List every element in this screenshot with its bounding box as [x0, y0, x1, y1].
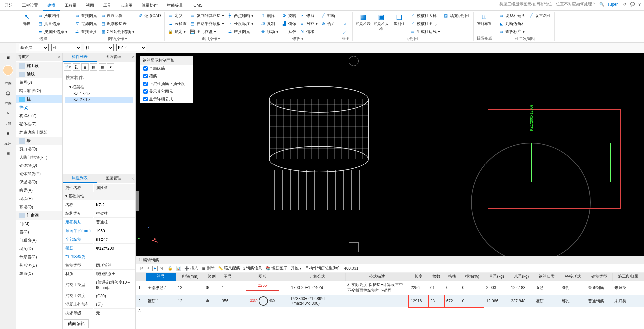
- set-slant-col-button[interactable]: ╱设置斜柱: [528, 12, 552, 19]
- check-upper-insert[interactable]: 上层柱插筋下插长度: [140, 80, 193, 88]
- strip-headset-icon[interactable]: 🎧: [0, 89, 16, 98]
- length-dim-button[interactable]: ↔长度标注▾: [227, 20, 254, 27]
- col-cat[interactable]: 钢筋归类: [534, 273, 560, 281]
- nav-section-door[interactable]: 门窗洞: [16, 211, 62, 220]
- batch-select-button[interactable]: ▤批量选择: [37, 20, 68, 27]
- nav-column-z[interactable]: 柱(Z): [16, 103, 62, 112]
- find-element-button[interactable]: ▭查找图元: [74, 12, 98, 19]
- nav-door-window[interactable]: 门联窗(A): [16, 236, 62, 245]
- col-formula[interactable]: 计算公式: [289, 273, 345, 281]
- draw-line-button[interactable]: ／: [342, 28, 348, 35]
- merge-button[interactable]: ⊕合并: [320, 20, 336, 27]
- strip-feedback[interactable]: 反馈: [0, 118, 16, 129]
- tab-drawing-mgmt[interactable]: 图纸管理: [97, 53, 130, 62]
- help-icon[interactable]: ?: [638, 2, 641, 7]
- play-button[interactable]: ▶: [152, 266, 158, 271]
- rebar-info-button[interactable]: ℹ 钢筋信息: [243, 265, 262, 271]
- identify-floor-button[interactable]: ▤识别楼层表: [100, 20, 135, 27]
- search-icon[interactable]: 🔍: [599, 2, 604, 7]
- check-show-formula[interactable]: 显示详细公式: [140, 95, 193, 103]
- prop-v-conc-type[interactable]: (普通砼(坍落度10～90mm)...: [94, 279, 135, 291]
- tab-tools[interactable]: 工具: [99, 0, 116, 11]
- nav-strip-hole[interactable]: 带形洞(D): [16, 261, 62, 270]
- prop-v-struct[interactable]: 框架柱: [94, 210, 135, 218]
- auto-align-button[interactable]: ▤自动平齐顶板▾: [189, 20, 225, 27]
- copy-other-layer-button[interactable]: ▭复制到其它层▾: [189, 12, 225, 19]
- check-all-long[interactable]: 全部纵筋: [140, 65, 193, 72]
- fill-identify-button[interactable]: ▨填充识别柱: [443, 12, 471, 19]
- check-col-element-button[interactable]: ✓校核柱图元: [409, 20, 441, 27]
- col-desc[interactable]: 公式描述: [345, 273, 409, 281]
- msg-icon[interactable]: 💬: [630, 2, 635, 7]
- move-button[interactable]: ✥移动▾: [260, 28, 279, 35]
- col-num[interactable]: 筋号: [146, 273, 176, 281]
- copy-button[interactable]: ⿻复制: [260, 20, 279, 27]
- nav-door[interactable]: 门(M): [16, 220, 62, 228]
- identify-col-detail-button[interactable]: ▣识别柱大样: [373, 12, 389, 35]
- adjust-col-end-button[interactable]: ▭调整柱端头: [498, 12, 526, 19]
- restore-cad-button[interactable]: ↺还原CAD: [137, 12, 161, 19]
- layer-button[interactable]: ▤: [90, 63, 97, 71]
- lock-tool[interactable]: 🔒: [168, 266, 173, 271]
- subcategory-select[interactable]: 柱: [84, 44, 114, 51]
- lock-button[interactable]: 🔒锁定 ▾: [167, 28, 187, 35]
- tree-kz2[interactable]: KZ-2 <1>: [65, 97, 133, 103]
- check-stirrup[interactable]: 箍筋: [140, 72, 193, 80]
- rebar-lib-button[interactable]: 📚 钢筋图库: [265, 265, 287, 271]
- cloud-check-button[interactable]: ☁云检查: [167, 20, 187, 27]
- nav-masonry-rebar[interactable]: 砌体加筋(Y): [16, 170, 62, 178]
- edit-annotation-button[interactable]: ▭查改标注▾: [498, 28, 526, 35]
- nav-curtain-wall[interactable]: 幕墙(Q): [16, 203, 62, 211]
- two-point-axis-button[interactable]: ╋两点辅轴▾: [227, 12, 254, 19]
- col-len[interactable]: 长度: [409, 273, 428, 281]
- nav-rf-wall[interactable]: 人防门框墙(RF): [16, 153, 62, 162]
- draw-circle-button[interactable]: ○: [342, 20, 348, 27]
- nav-strip-window[interactable]: 带形窗(C): [16, 253, 62, 261]
- identify-col-button[interactable]: ◫识别柱: [391, 12, 407, 35]
- gen-col-edge-button[interactable]: ▭生成柱边线▾: [409, 28, 441, 35]
- rebar-other-button[interactable]: 其他▾: [291, 265, 302, 271]
- delete-button[interactable]: 🗑删除: [260, 12, 279, 19]
- judge-corner-button[interactable]: ◣判断边角柱: [498, 20, 526, 27]
- col-dia[interactable]: 直径(mm): [176, 273, 204, 281]
- nav-wall-hole[interactable]: 墙洞(D): [16, 245, 62, 253]
- sort-button[interactable]: ▦: [99, 63, 106, 71]
- col-tw[interactable]: 总重(kg): [509, 273, 534, 281]
- nav-masonry-wall[interactable]: 砌体墙(Q): [16, 162, 62, 170]
- tab-smart[interactable]: 智能提量: [162, 0, 188, 11]
- help-hint[interactable]: 类层三维显示图元/轴网有错位，位置不对应如何处理？: [499, 1, 596, 7]
- prop-section[interactable]: ▾ 基础属性: [63, 192, 135, 200]
- rebar-row-2[interactable]: 2 箍筋.1 12 Φ 356 3360 430 Pi*3860+2*12.89…: [136, 295, 644, 307]
- strip-grid-icon[interactable]: ▦: [0, 149, 16, 158]
- nav-aux-axis[interactable]: 辅助轴线(O): [16, 87, 62, 95]
- category-select[interactable]: 柱: [51, 44, 81, 51]
- col-fig[interactable]: 图号: [220, 273, 236, 281]
- strip-apps[interactable]: 应用: [0, 138, 16, 149]
- filter-element-button[interactable]: ▽过滤图元: [74, 20, 98, 27]
- prop-v-quota[interactable]: 普通柱: [94, 218, 135, 226]
- search-input[interactable]: [64, 74, 134, 81]
- prop-v-stirrup[interactable]: [94, 244, 135, 252]
- col-type[interactable]: 钢筋类型: [586, 273, 612, 281]
- col-uw[interactable]: 单重(kg): [484, 273, 509, 281]
- delete-comp-button[interactable]: 🗑: [81, 63, 89, 71]
- find-replace-button[interactable]: ⇄查找替换: [74, 28, 98, 35]
- nav-section-stage[interactable]: 施工段: [16, 62, 62, 70]
- tab-start[interactable]: 开始: [0, 0, 17, 11]
- refresh-icon[interactable]: ⟳: [623, 2, 627, 7]
- select-by-prop-button[interactable]: ☰按属性选择▾: [37, 28, 68, 35]
- more-button[interactable]: ▾: [107, 63, 114, 71]
- mirror-button[interactable]: ▟镜像: [281, 20, 297, 27]
- props-close-icon[interactable]: ×: [130, 175, 135, 182]
- draw-point-button[interactable]: ＋: [342, 12, 348, 19]
- nav-dark-beam[interactable]: 暗梁(A): [16, 186, 62, 195]
- tab-view[interactable]: 视图: [81, 0, 99, 11]
- prev-button[interactable]: <: [146, 266, 151, 271]
- nav-bay-window[interactable]: 飘窗(C): [16, 270, 62, 278]
- tab-quantity[interactable]: 工程量: [60, 0, 81, 11]
- tab-props[interactable]: 属性列表: [63, 174, 97, 183]
- smart-layout-button[interactable]: ⊞智能布置: [476, 12, 492, 26]
- tab-component-list[interactable]: 构件列表: [63, 53, 97, 62]
- strip-consult1[interactable]: 咨询: [0, 78, 16, 89]
- nav-struct-col[interactable]: 构造柱(Z): [16, 112, 62, 120]
